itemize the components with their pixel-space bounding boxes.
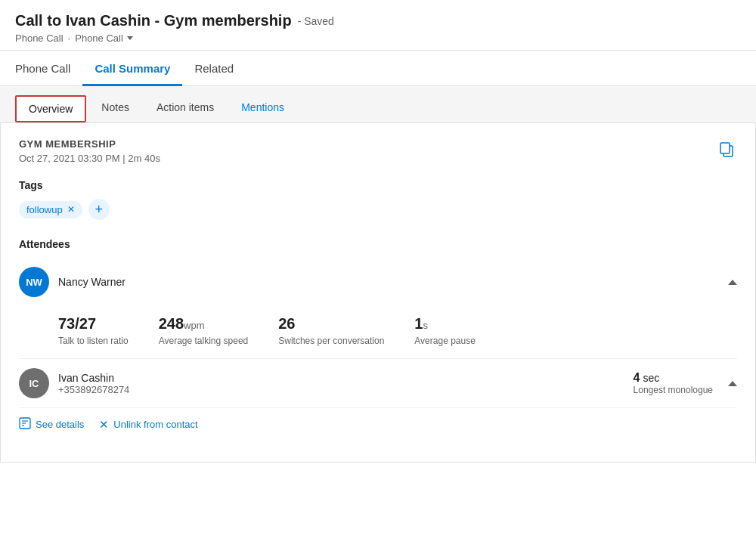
ivan-name-group: Ivan Cashin +353892678274 xyxy=(58,372,129,395)
stat-label-talk: Talk to listen ratio xyxy=(58,336,129,346)
stat-value-speed: 248wpm xyxy=(159,315,249,333)
tag-text: followup xyxy=(26,204,63,215)
ivan-monologue-label: Longest monologue xyxy=(634,385,713,395)
unlink-icon: ✕ xyxy=(99,418,109,432)
ivan-avatar: IC xyxy=(19,368,49,398)
record-title: GYM MEMBERSHIP xyxy=(19,138,160,150)
stat-label-pause: Average pause xyxy=(414,336,476,346)
ivan-right: 4 sec Longest monologue xyxy=(634,371,737,395)
saved-badge: - Saved xyxy=(298,15,334,27)
page-container: Call to Ivan Cashin - Gym membership - S… xyxy=(0,0,756,551)
stat-pause: 1s Average pause xyxy=(414,315,476,346)
see-details-icon xyxy=(19,417,31,432)
ivan-monologue-stat: 4 sec Longest monologue xyxy=(634,371,713,395)
sub-tabs: Overview Notes Action items Mentions xyxy=(0,86,756,123)
ivan-info: IC Ivan Cashin +353892678274 xyxy=(19,368,129,398)
stat-switches: 26 Switches per conversation xyxy=(278,315,384,346)
attendee-nancy: NW Nancy Warner 73/27 Talk to listen r xyxy=(19,258,737,359)
stat-talk-listen: 73/27 Talk to listen ratio xyxy=(58,315,129,346)
sub-tab-action-items[interactable]: Action items xyxy=(144,95,226,122)
ivan-phone: +353892678274 xyxy=(58,384,129,395)
see-details-button[interactable]: See details xyxy=(19,417,84,432)
attendees-label: Attendees xyxy=(19,238,737,250)
title-row: Call to Ivan Cashin - Gym membership - S… xyxy=(15,12,741,29)
ivan-row: IC Ivan Cashin +353892678274 4 xyxy=(19,359,737,407)
unlink-label: Unlink from contact xyxy=(113,419,197,430)
see-details-label: See details xyxy=(36,419,84,430)
unlink-button[interactable]: ✕ Unlink from contact xyxy=(99,418,197,432)
tag-remove-button[interactable]: ✕ xyxy=(67,205,75,214)
footer-links: See details ✕ Unlink from contact xyxy=(19,407,737,435)
breadcrumb-first[interactable]: Phone Call xyxy=(15,33,64,44)
nancy-row: NW Nancy Warner xyxy=(19,258,737,306)
tab-related[interactable]: Related xyxy=(182,51,246,86)
stat-value-switches: 26 xyxy=(278,315,384,333)
stat-talking-speed: 248wpm Average talking speed xyxy=(159,315,249,346)
record-header: GYM MEMBERSHIP Oct 27, 2021 03:30 PM | 2… xyxy=(19,138,737,164)
tab-call-summary[interactable]: Call Summary xyxy=(82,51,182,86)
stat-label-speed: Average talking speed xyxy=(159,336,249,346)
breadcrumb: Phone Call · Phone Call xyxy=(15,33,741,44)
stat-value-talk: 73/27 xyxy=(58,315,129,333)
stat-label-switches: Switches per conversation xyxy=(278,336,384,346)
nancy-collapse-button[interactable] xyxy=(728,280,737,285)
record-info: GYM MEMBERSHIP Oct 27, 2021 03:30 PM | 2… xyxy=(19,138,160,164)
tags-row: followup ✕ + xyxy=(19,199,737,220)
attendees-section: Attendees NW Nancy Warner xyxy=(19,238,737,435)
tags-label: Tags xyxy=(19,179,737,191)
nancy-avatar: NW xyxy=(19,267,49,297)
tag-followup: followup ✕ xyxy=(19,201,82,218)
sub-tab-mentions[interactable]: Mentions xyxy=(229,95,296,122)
content-area: GYM MEMBERSHIP Oct 27, 2021 03:30 PM | 2… xyxy=(0,123,756,463)
header: Call to Ivan Cashin - Gym membership - S… xyxy=(0,0,756,51)
ivan-collapse-button[interactable] xyxy=(728,381,737,386)
ivan-name: Ivan Cashin xyxy=(58,372,129,384)
tab-phone-call[interactable]: Phone Call xyxy=(15,51,82,86)
svg-rect-1 xyxy=(720,143,730,153)
add-tag-button[interactable]: + xyxy=(88,199,110,220)
record-date: Oct 27, 2021 03:30 PM | 2m 40s xyxy=(19,153,160,164)
nancy-info: NW Nancy Warner xyxy=(19,267,125,297)
ivan-monologue-value: 4 xyxy=(634,371,640,384)
tags-section: Tags followup ✕ + xyxy=(19,179,737,220)
chevron-down-icon xyxy=(127,36,133,40)
page-title: Call to Ivan Cashin - Gym membership xyxy=(15,12,292,29)
nancy-stats: 73/27 Talk to listen ratio 248wpm Averag… xyxy=(19,306,737,359)
sub-tab-overview[interactable]: Overview xyxy=(15,95,86,122)
sub-tab-notes[interactable]: Notes xyxy=(89,95,141,122)
attendee-ivan: IC Ivan Cashin +353892678274 4 xyxy=(19,359,737,407)
ivan-monologue-unit: sec xyxy=(643,372,659,384)
content-inner: GYM MEMBERSHIP Oct 27, 2021 03:30 PM | 2… xyxy=(1,123,755,462)
breadcrumb-second[interactable]: Phone Call xyxy=(75,33,133,44)
nancy-name: Nancy Warner xyxy=(58,276,125,288)
stat-value-pause: 1s xyxy=(414,315,476,333)
main-tabs: Phone Call Call Summary Related xyxy=(0,51,756,86)
copy-icon[interactable] xyxy=(716,138,737,159)
